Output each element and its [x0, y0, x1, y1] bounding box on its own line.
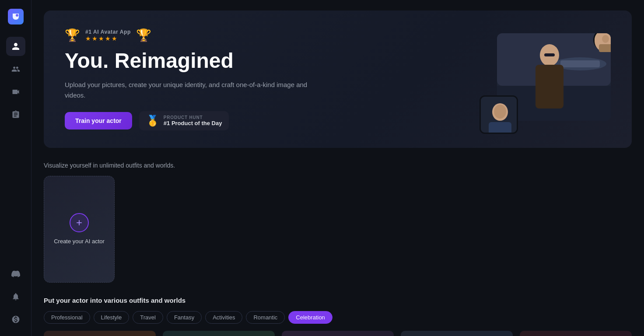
sidebar-item-community[interactable] — [6, 60, 25, 79]
svg-point-0 — [16, 14, 18, 17]
filter-tag-travel[interactable]: Travel — [133, 311, 163, 324]
badge-title: #1 AI Avatar App — [85, 29, 131, 35]
filter-tag-romantic[interactable]: Romantic — [246, 311, 285, 324]
avatar-bubble-top — [593, 33, 611, 51]
sidebar-item-discord[interactable] — [6, 264, 25, 284]
actor-grid: + Create your AI actor — [44, 176, 632, 283]
filter-tag-fantasy[interactable]: Fantasy — [167, 311, 202, 324]
filter-tag-professional[interactable]: Professional — [44, 311, 90, 324]
laurel-right-icon: 🏆 — [136, 28, 151, 42]
app-logo[interactable] — [6, 7, 25, 26]
actors-section-label: Visualize yourself in unlimited outfits … — [44, 162, 632, 169]
ph-label: PRODUCT HUNT — [164, 115, 222, 120]
sidebar-item-video[interactable] — [6, 82, 25, 102]
create-actor-label: Create your AI actor — [54, 238, 105, 245]
filter-tag-celebration[interactable]: Celebration — [288, 311, 332, 324]
ph-value: #1 Product of the Day — [164, 120, 222, 126]
product-hunt-badge: 🥇 PRODUCT HUNT #1 Product of the Day — [139, 111, 229, 130]
outfit-icon-5: 🎇 — [520, 331, 632, 336]
badge-text: #1 AI Avatar App ★★★★★ — [85, 29, 131, 42]
svg-rect-8 — [544, 53, 555, 56]
sidebar-item-clipboard[interactable] — [6, 105, 25, 124]
laurel-left-icon: 🏆 — [65, 28, 80, 42]
hero-actions: Train your actor 🥇 PRODUCT HUNT #1 Produ… — [65, 111, 310, 130]
plus-icon: + — [70, 213, 89, 232]
create-actor-card[interactable]: + Create your AI actor — [44, 176, 115, 283]
outfit-icon-2: 🎊 — [163, 331, 275, 336]
svg-point-15 — [494, 105, 506, 119]
outfit-preview-1[interactable]: 🥂 — [44, 331, 156, 336]
hero-description: Upload your pictures, create your unique… — [65, 80, 310, 101]
badge-laurel-right: 🏆 — [136, 28, 151, 42]
ph-text: PRODUCT HUNT #1 Product of the Day — [164, 115, 222, 126]
sidebar — [0, 0, 32, 336]
outfits-section-title: Put your actor into various outfits and … — [44, 297, 632, 304]
train-actor-button[interactable]: Train your actor — [65, 112, 132, 130]
stars: ★★★★★ — [85, 35, 131, 42]
filter-tags: Professional Lifestyle Travel Fantasy Ac… — [44, 311, 632, 324]
medal-icon: 🥇 — [146, 115, 159, 127]
outfit-icon-4: 🎆 — [401, 331, 513, 336]
svg-point-11 — [602, 35, 609, 43]
outfit-icon-3: 🎉 — [282, 331, 394, 336]
hero-heading: You. Reimagined — [65, 49, 310, 73]
svg-rect-5 — [560, 60, 600, 67]
outfit-preview-5[interactable]: 🎇 — [520, 331, 632, 336]
sidebar-item-credits[interactable] — [6, 310, 25, 329]
sidebar-item-notifications[interactable] — [6, 287, 25, 306]
outfit-previews: 🥂 🎊 🎉 🎆 🎇 — [44, 331, 632, 336]
hero-section: 🏆 #1 AI Avatar App ★★★★★ 🏆 You. Reimagin… — [44, 10, 632, 148]
filter-tag-activities[interactable]: Activities — [205, 311, 242, 324]
svg-rect-7 — [536, 65, 564, 108]
sidebar-item-user[interactable] — [6, 37, 25, 56]
hero-image-area — [488, 33, 611, 125]
outfit-icon-1: 🥂 — [44, 331, 156, 336]
avatar-bottom-left — [480, 95, 518, 134]
logo-mark — [8, 9, 24, 24]
svg-rect-12 — [599, 44, 611, 52]
hero-left: 🏆 #1 AI Avatar App ★★★★★ 🏆 You. Reimagin… — [65, 28, 310, 130]
badge-laurel-left: 🏆 — [65, 28, 80, 42]
main-content: 🏆 #1 AI Avatar App ★★★★★ 🏆 You. Reimagin… — [32, 0, 644, 336]
outfit-preview-2[interactable]: 🎊 — [163, 331, 275, 336]
hero-badge: 🏆 #1 AI Avatar App ★★★★★ 🏆 — [65, 28, 310, 42]
outfit-preview-3[interactable]: 🎉 — [282, 331, 394, 336]
filter-tag-lifestyle[interactable]: Lifestyle — [94, 311, 130, 324]
svg-rect-16 — [489, 122, 511, 134]
outfit-preview-4[interactable]: 🎆 — [401, 331, 513, 336]
